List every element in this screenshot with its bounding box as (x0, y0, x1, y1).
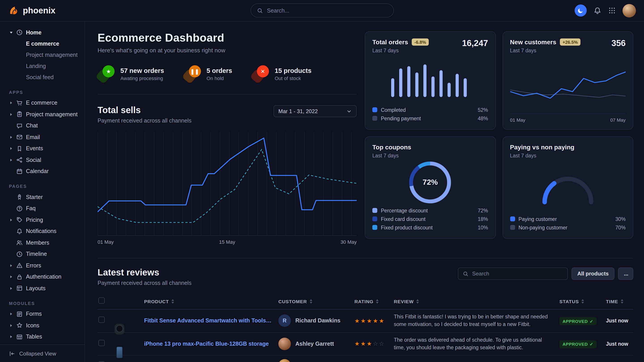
collapsed-view-toggle[interactable]: Collapsed View (0, 344, 84, 362)
x-badge-icon: ✕ (257, 65, 269, 77)
global-search[interactable] (250, 3, 394, 17)
all-products-button[interactable]: All products (572, 267, 614, 280)
legend-label: Completed (381, 107, 406, 112)
card-title: Paying vs non paying (510, 144, 574, 151)
date-range-value: Mar 1 - 31, 2022 (278, 108, 318, 114)
sort-icon (310, 299, 312, 304)
form-icon (16, 311, 23, 318)
legend-swatch (510, 225, 515, 230)
sidebar-item-calendar[interactable]: Calendar (9, 166, 82, 177)
column-header-status[interactable]: STATUS (560, 299, 606, 304)
check-icon: ✓ (590, 319, 594, 324)
column-header-product[interactable]: PRODUCT (144, 299, 278, 304)
rocket-icon (16, 194, 23, 201)
sort-icon (172, 299, 174, 304)
sidebar-item-components[interactable]: Components (9, 343, 82, 344)
app-root: phoenix Home (0, 0, 644, 362)
date-range-select[interactable]: Mar 1 - 31, 2022 (274, 105, 357, 117)
column-header-review[interactable]: REVIEW (394, 299, 560, 304)
brand[interactable]: phoenix (9, 5, 56, 16)
column-header-customer[interactable]: CUSTOMER (278, 299, 354, 304)
sidebar-item-forms[interactable]: Forms (9, 308, 82, 320)
legend-item: Fixed product discount 10% (372, 223, 488, 232)
total-orders-bars (391, 64, 467, 97)
product-link[interactable]: Fitbit Sense Advanced Smartwatch with To… (144, 318, 278, 324)
legend-swatch (510, 216, 515, 221)
theme-toggle-button[interactable] (575, 4, 587, 16)
sidebar-item-label: Email (26, 134, 40, 140)
card-period: Last 7 days (372, 153, 411, 158)
sidebar-item-errors[interactable]: Errors (9, 260, 82, 271)
sidebar-item-authentication[interactable]: Authentication (9, 271, 82, 283)
user-avatar[interactable] (622, 4, 636, 17)
row-checkbox[interactable] (98, 317, 105, 323)
caret-right-icon (10, 313, 12, 316)
sidebar-item-layouts[interactable]: Layouts (9, 283, 82, 294)
column-header-rating[interactable]: RATING (354, 299, 394, 304)
sidebar-item-social[interactable]: Social (9, 154, 82, 166)
global-search-input[interactable] (267, 7, 387, 14)
sidebar-item-email[interactable]: Email (9, 131, 82, 143)
legend-label: Fixed product discount (381, 225, 432, 230)
rating-stars: ★★★★★ (354, 318, 394, 324)
sidebar-subitem-ecommerce[interactable]: E commerce (9, 38, 82, 49)
select-all-checkbox[interactable] (98, 297, 105, 304)
sidebar-item-label: Errors (26, 263, 41, 269)
sidebar-subitem-social-feed[interactable]: Social feed (9, 72, 82, 83)
sidebar-item-icons[interactable]: Icons (9, 320, 82, 331)
more-actions-button[interactable]: ... (618, 267, 633, 280)
apps-menu-button[interactable] (608, 7, 616, 14)
total-orders-badge: -6.8% (412, 38, 429, 46)
legend-label: Paying customer (518, 216, 557, 222)
sidebar-item-notifications[interactable]: Notifications (9, 226, 82, 237)
sidebar-item-label: Members (26, 240, 49, 246)
sidebar-item-timeline[interactable]: Timeline (9, 248, 82, 260)
column-header-time[interactable]: TIME (606, 299, 633, 304)
sidebar-item-faq[interactable]: Faq (9, 203, 82, 214)
sidebar-item-starter[interactable]: Starter (9, 191, 82, 203)
sidebar-item-members[interactable]: Members (9, 237, 82, 248)
sidebar-item-label: Starter (26, 194, 43, 200)
calendar-icon (16, 168, 23, 175)
sidebar-item-project-management-app[interactable]: Project management (9, 109, 82, 120)
notifications-button[interactable] (594, 6, 602, 14)
share-icon (16, 157, 23, 163)
sidebar-item-home[interactable]: Home (9, 27, 82, 38)
sidebar-item-label: Faq (26, 206, 36, 212)
sidebar: Home E commerce Project management Landi… (0, 21, 85, 362)
caret-right-icon (10, 102, 12, 104)
legend-item: Pending payment 48% (372, 114, 488, 122)
sidebar-item-label: Pricing (26, 217, 43, 223)
status-badge: APPROVED✓ (560, 340, 596, 348)
review-text: The order was delivered ahead of schedul… (394, 336, 560, 352)
card-title: New customers (510, 38, 556, 46)
sidebar-item-label: Calendar (26, 168, 48, 175)
stat-out-of-stock: ✕ 15 products Out of stock (252, 65, 312, 82)
sidebar-item-ecommerce-app[interactable]: E commerce (9, 97, 82, 109)
latest-reviews-section: Latest reviews Payment received across a… (98, 258, 633, 362)
page-title: Ecommerce Dashboard (98, 31, 357, 44)
legend-value: 10% (478, 225, 488, 230)
sidebar-subitem-landing[interactable]: Landing (9, 61, 82, 72)
sidebar-subitem-project-management[interactable]: Project management (9, 49, 82, 61)
gauge-track (545, 179, 591, 202)
bookmark-icon (16, 145, 23, 152)
new-customers-badge: +26.5% (560, 38, 580, 46)
product-link[interactable]: iPhone 13 pro max-Pacific Blue-128GB sto… (144, 341, 278, 347)
sidebar-item-chat[interactable]: Chat (9, 120, 82, 131)
sidebar-item-events[interactable]: Events (9, 143, 82, 154)
table-header-row: PRODUCT CUSTOMER RATING REVIEW STATUS TI… (98, 293, 633, 310)
chevron-down-icon (346, 108, 352, 114)
legend-value: 30% (615, 216, 626, 222)
legend-value: 70% (615, 225, 626, 230)
sidebar-item-label: Icons (26, 323, 40, 329)
legend-swatch (372, 216, 377, 221)
row-checkbox[interactable] (98, 340, 105, 346)
tag-icon (16, 217, 23, 223)
caret-right-icon (10, 113, 12, 116)
sidebar-item-pricing[interactable]: Pricing (9, 214, 82, 226)
reviews-search[interactable] (458, 267, 568, 280)
reviews-search-input[interactable] (472, 271, 563, 277)
sidebar-item-label: Tables (26, 334, 42, 340)
sidebar-item-tables[interactable]: Tables (9, 331, 82, 343)
